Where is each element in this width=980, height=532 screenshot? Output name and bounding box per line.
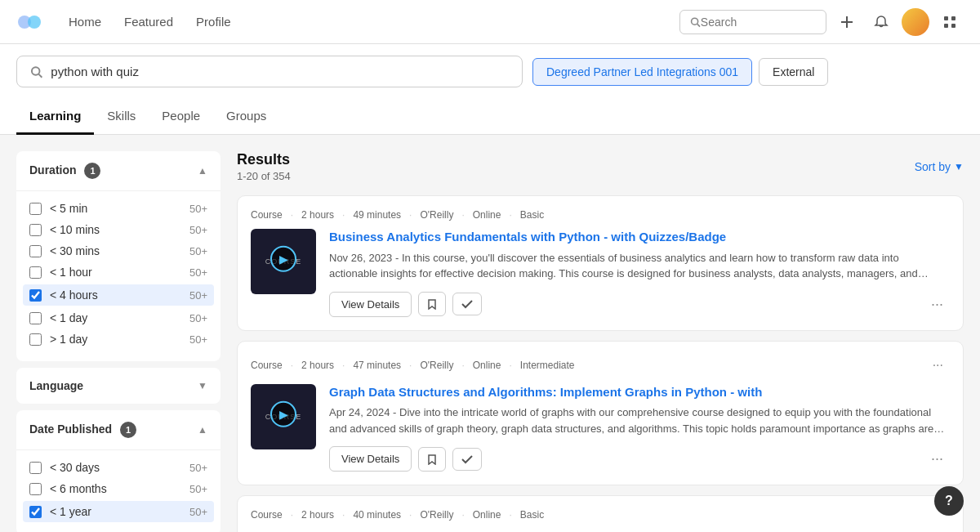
- card-1-title[interactable]: Business Analytics Fundamentals with Pyt…: [329, 229, 950, 245]
- card-1-overflow-button[interactable]: ···: [924, 293, 950, 316]
- duration-option-10mins[interactable]: < 10 mins 50+: [29, 219, 207, 240]
- tab-groups[interactable]: Groups: [213, 99, 279, 135]
- tab-people[interactable]: People: [149, 99, 213, 135]
- card-2-overflow-button[interactable]: ···: [924, 447, 950, 471]
- card-2-bookmark-button[interactable]: [418, 447, 446, 472]
- add-button[interactable]: [833, 8, 861, 36]
- card-2-thumbnail: ▶ COURSE: [251, 384, 316, 449]
- duration-checkbox-10mins[interactable]: [29, 224, 42, 236]
- duration-filter-header[interactable]: Duration 1 ▲: [16, 151, 220, 190]
- logo[interactable]: [16, 9, 42, 35]
- language-chevron-icon: ▼: [198, 380, 207, 391]
- card-1-play-button[interactable]: ▶: [270, 246, 296, 272]
- user-avatar[interactable]: [902, 8, 929, 36]
- nav-featured[interactable]: Featured: [114, 8, 183, 35]
- card-1-meta: Course · 2 hours · 49 minutes · O'Reilly…: [251, 209, 950, 221]
- card-1-provider: O'Reilly: [420, 209, 453, 221]
- card-2-play-button[interactable]: ▶: [270, 400, 296, 427]
- card-3-duration-hours: 2 hours: [301, 509, 334, 521]
- card-2-body: ▶ COURSE Graph Data Structures and Algor…: [251, 384, 950, 472]
- help-button[interactable]: ?: [934, 486, 964, 516]
- grid-menu-button[interactable]: [936, 8, 964, 36]
- language-label: Language: [29, 379, 83, 392]
- main-search-input[interactable]: [51, 65, 509, 78]
- card-2-duration-hours: 2 hours: [301, 360, 334, 371]
- date-option-30days[interactable]: < 30 days 50+: [29, 457, 207, 478]
- duration-option-5min[interactable]: < 5 min 50+: [29, 198, 207, 219]
- date-checkbox-6months[interactable]: [29, 483, 42, 495]
- duration-badge: 1: [84, 163, 100, 179]
- tabs-row: Learning Skills People Groups: [16, 99, 964, 134]
- course-card-2: Course · 2 hours · 47 minutes · O'Reilly…: [237, 341, 964, 486]
- main-search-box[interactable]: [16, 56, 523, 87]
- card-2-title[interactable]: Graph Data Structures and Algorithms: Im…: [329, 384, 950, 400]
- results-area: Results 1-20 of 354 Sort by ▼ Course · 2…: [220, 151, 964, 532]
- filter-pill-degreed[interactable]: Degreed Partner Led Integrations 001: [532, 58, 752, 86]
- duration-filter-section: Duration 1 ▲ < 5 min 50+ < 10 mins 50+: [16, 151, 220, 361]
- card-1-description: Nov 26, 2023 - In this course, you'll di…: [329, 250, 950, 282]
- duration-option-4hours[interactable]: < 4 hours 50+: [23, 284, 214, 306]
- card-3-provider: O'Reilly: [420, 509, 453, 521]
- bookmark-icon: [427, 298, 437, 310]
- results-header: Results 1-20 of 354 Sort by ▼: [237, 151, 964, 182]
- course-card-3: Course · 2 hours · 40 minutes · O'Reilly…: [237, 495, 964, 532]
- duration-checkbox-30mins[interactable]: [29, 245, 42, 257]
- card-2-check-button[interactable]: [452, 448, 482, 471]
- sort-by-label: Sort by: [915, 160, 951, 173]
- date-option-6months[interactable]: < 6 months 50+: [29, 478, 207, 499]
- nav-search-input[interactable]: [701, 16, 816, 29]
- nav-home[interactable]: Home: [59, 8, 111, 35]
- duration-option-30mins[interactable]: < 30 mins 50+: [29, 240, 207, 262]
- card-1-actions: View Details ···: [329, 292, 950, 317]
- card-1-bookmark-button[interactable]: [418, 292, 446, 316]
- card-3-format: Online: [473, 509, 501, 521]
- svg-point-2: [692, 18, 698, 25]
- date-checkbox-1year[interactable]: [29, 506, 42, 518]
- duration-checkbox-1day[interactable]: [29, 312, 42, 324]
- duration-checkbox-1hour[interactable]: [29, 266, 42, 279]
- tab-skills[interactable]: Skills: [94, 99, 149, 135]
- main-search-icon: [30, 65, 42, 78]
- results-count: 1-20 of 354: [237, 170, 291, 182]
- svg-rect-9: [951, 24, 956, 28]
- date-published-filter-header[interactable]: Date Published 1 ▲: [16, 410, 220, 449]
- duration-label: Duration 1: [29, 163, 100, 179]
- date-published-filter-section: Date Published 1 ▲ < 30 days 50+ < 6 mon…: [16, 410, 220, 532]
- card-2-description: Apr 24, 2024 - Dive into the intricate w…: [329, 405, 950, 436]
- card-2-type: Course: [251, 360, 283, 371]
- tab-learning[interactable]: Learning: [16, 99, 94, 135]
- nav-right: [679, 8, 964, 36]
- duration-option-1day[interactable]: < 1 day 50+: [29, 307, 207, 329]
- card-1-check-button[interactable]: [452, 293, 482, 315]
- card-1-body: ▶ COURSE Business Analytics Fundamentals…: [251, 229, 950, 317]
- duration-option-gt1day[interactable]: > 1 day 50+: [29, 329, 207, 350]
- date-option-1year[interactable]: < 1 year 50+: [23, 501, 214, 522]
- svg-point-10: [32, 67, 40, 75]
- duration-chevron-icon: ▲: [198, 165, 207, 177]
- checkmark-icon-2: [461, 454, 473, 464]
- nav-profile[interactable]: Profile: [186, 8, 241, 35]
- duration-option-1hour[interactable]: < 1 hour 50+: [29, 262, 207, 283]
- card-3-meta: Course · 2 hours · 40 minutes · O'Reilly…: [251, 509, 950, 521]
- nav-links: Home Featured Profile: [59, 8, 241, 35]
- bell-icon: [874, 15, 889, 29]
- nav-search-bar[interactable]: [679, 10, 826, 34]
- plus-icon: [840, 15, 854, 29]
- sub-navigation: Degreed Partner Led Integrations 001 Ext…: [0, 44, 980, 135]
- card-2-view-details-button[interactable]: View Details: [329, 446, 412, 472]
- nav-search-icon: [690, 16, 701, 28]
- results-title: Results: [237, 151, 291, 168]
- language-filter-section: Language ▼: [16, 368, 220, 404]
- card-1-view-details-button[interactable]: View Details: [329, 292, 412, 317]
- filter-pill-external[interactable]: External: [759, 58, 828, 86]
- duration-checkbox-4hours[interactable]: [29, 289, 42, 302]
- duration-checkbox-gt1day[interactable]: [29, 333, 42, 346]
- sort-by-button[interactable]: Sort by ▼: [915, 160, 964, 173]
- date-published-chevron-icon: ▲: [198, 424, 207, 436]
- duration-checkbox-5min[interactable]: [29, 203, 42, 215]
- card-2-overflow-top-button[interactable]: ···: [926, 355, 950, 376]
- card-1-duration-mins: 49 minutes: [353, 209, 401, 221]
- notifications-button[interactable]: [867, 8, 895, 36]
- language-filter-header[interactable]: Language ▼: [16, 368, 220, 404]
- date-checkbox-30days[interactable]: [29, 462, 42, 474]
